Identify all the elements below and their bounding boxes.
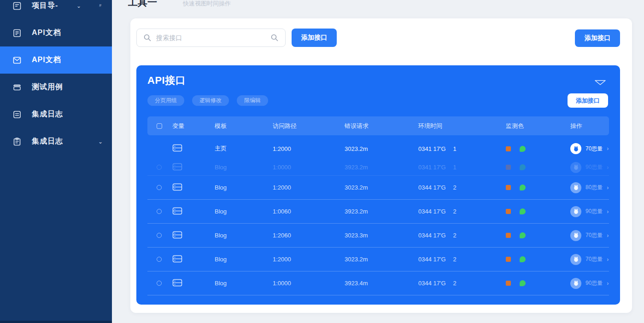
env-count: 2	[453, 184, 457, 191]
api-port: 1:2000	[273, 256, 345, 263]
server-icon	[172, 183, 215, 192]
status-cell	[506, 280, 570, 286]
status-orange-icon	[506, 209, 511, 214]
chevron-right-icon: ›	[607, 232, 609, 239]
action-label: 70思量	[585, 145, 603, 153]
table-row[interactable]: Blog 1:0000 3923.4m 0344 17'G 2 90思量 ›	[147, 271, 609, 295]
clipboard-icon	[12, 137, 22, 146]
api-name: Blog	[215, 184, 273, 191]
status-orange-icon	[506, 233, 511, 238]
api-panel: API接口 添加接口 分页用组 逻辑修改 限编辑 变量 模板 访问路径 错误请求…	[136, 65, 620, 305]
chevron-right-icon: ›	[607, 208, 609, 215]
status-green-icon	[520, 280, 526, 286]
env-time: 0344 17'G	[418, 232, 446, 239]
sidebar-item-api-docs-active[interactable]: API文档	[0, 46, 112, 74]
row-checkbox[interactable]	[157, 185, 162, 190]
action-label: 70思量	[585, 255, 603, 263]
api-env: 0341 17'G 1	[418, 145, 506, 152]
row-action-button[interactable]: 70思量 ›	[570, 230, 609, 241]
row-action-button[interactable]: 70思量 ›	[570, 254, 609, 265]
table-row[interactable]: Blog 1:2000 3023.2m 0344 17'G 2 80思量 ›	[147, 176, 609, 200]
status-cell	[506, 232, 570, 238]
filter-chip[interactable]: 分页用组	[147, 95, 184, 106]
api-latency: 3023.2m	[345, 145, 418, 152]
row-checkbox[interactable]	[157, 165, 162, 170]
status-green-icon	[520, 256, 526, 262]
table-row[interactable]: Blog 1:2060 3023.3m 0344 17'G 2 70思量 ›	[147, 224, 609, 248]
sidebar-footer-strip	[0, 321, 112, 323]
table-row[interactable]: 主页 1:2000 3023.2m 0341 17'G 1 70思量 ›	[147, 138, 609, 159]
chevron-right-icon: ›	[607, 185, 609, 191]
search-input[interactable]	[156, 34, 266, 41]
status-orange-icon	[506, 281, 511, 286]
filter-chip[interactable]: 逻辑修改	[192, 95, 229, 106]
row-action-button[interactable]: 90思量 ›	[570, 278, 609, 289]
row-checkbox[interactable]	[157, 233, 162, 238]
add-api-button[interactable]: 添加接口	[292, 29, 337, 47]
sidebar-item-integration-logs[interactable]: 集成日志	[0, 101, 112, 128]
row-action-button[interactable]: 70思量 ›	[570, 143, 609, 154]
action-avatar-icon	[570, 230, 581, 241]
api-latency: 3023.2m	[345, 256, 418, 263]
panel-add-api-button[interactable]: 添加接口	[568, 93, 608, 108]
sidebar-item-api-docs[interactable]: API文档	[0, 19, 112, 46]
sidebar-item-test-cases[interactable]: 测试用例	[0, 74, 112, 101]
status-orange-icon	[506, 257, 511, 262]
api-env: 0344 17'G 2	[418, 280, 506, 287]
row-checkbox[interactable]	[157, 281, 162, 286]
api-port: 1:2060	[273, 232, 345, 239]
status-orange-icon	[506, 185, 511, 190]
sidebar-menu: 项目导- ⌄ 〃 API文档 API文档 测试用例 集成	[0, 0, 112, 155]
api-doc-icon	[12, 29, 22, 38]
row-checkbox[interactable]	[157, 209, 162, 214]
status-cell	[506, 164, 570, 170]
api-name: Blog	[215, 208, 273, 215]
filter-chips: 分页用组 逻辑修改 限编辑	[147, 95, 609, 106]
filter-chip[interactable]: 限编辑	[237, 95, 268, 106]
select-all-checkbox[interactable]	[157, 123, 162, 129]
status-orange-icon	[506, 146, 511, 151]
env-time: 0344 17'G	[418, 184, 446, 191]
search-submit-icon[interactable]	[270, 34, 279, 42]
mail-doc-icon	[12, 56, 22, 65]
env-time: 0344 17'G	[418, 280, 446, 287]
page-subtitle: 快速视图时间操作	[183, 0, 231, 8]
row-checkbox[interactable]	[157, 257, 162, 262]
status-cell	[506, 146, 570, 152]
api-env: 0344 17'G 2	[418, 208, 506, 215]
sidebar-item-integration-logs-2[interactable]: 集成日志 ⌄	[0, 128, 112, 155]
column-header: 环境时间	[418, 122, 506, 130]
env-time: 0341 17'G	[418, 164, 446, 171]
sidebar-item-label: 项目导-	[32, 1, 66, 11]
api-port: 1:2000	[273, 145, 345, 152]
chevron-right-icon: ›	[607, 256, 609, 263]
edit-mark-icon: 〃	[98, 2, 103, 9]
status-green-icon	[520, 146, 526, 152]
column-header: 模板	[215, 122, 273, 130]
api-env: 0344 17'G 2	[418, 184, 506, 191]
api-env: 0344 17'G 2	[418, 256, 506, 263]
env-time: 0344 17'G	[418, 256, 446, 263]
sidebar-item-project-nav[interactable]: 项目导- ⌄ 〃	[0, 0, 112, 19]
panel-collapse-icon[interactable]	[594, 79, 606, 87]
add-api-button-right[interactable]: 添加接口	[575, 29, 620, 47]
api-latency: 3023.3m	[345, 232, 418, 239]
status-green-icon	[520, 164, 526, 170]
table-row[interactable]: Blog 1:0060 3923.2m 0344 17'G 2 90思量 ›	[147, 200, 609, 224]
row-action-button[interactable]: 90思量 ›	[570, 162, 609, 173]
status-green-icon	[520, 185, 526, 190]
row-action-button[interactable]: 80思量 ›	[570, 182, 609, 193]
api-port: 1:0000	[273, 164, 345, 171]
status-cell	[506, 185, 570, 190]
api-table: 变量 模板 访问路径 错误请求 环境时间 监测色 操作 主页 1:2000 30…	[147, 116, 609, 295]
row-action-button[interactable]: 90思量 ›	[570, 206, 609, 217]
table-row[interactable]: Blog 1:2000 3023.2m 0344 17'G 2 70思量 ›	[147, 248, 609, 271]
action-label: 90思量	[585, 279, 603, 287]
api-env: 0344 17'G 2	[418, 232, 506, 239]
chevron-down-icon: ⌄	[76, 3, 81, 9]
chevron-down-icon: ⌄	[98, 138, 103, 145]
column-header: 访问路径	[273, 122, 345, 130]
column-header: 变量	[172, 122, 215, 130]
sidebar: 项目导- ⌄ 〃 API文档 API文档 测试用例 集成	[0, 0, 112, 323]
table-row[interactable]: Blog 1:0000 3923.2m 0341 17'G 1 90思量 ›	[147, 159, 609, 176]
